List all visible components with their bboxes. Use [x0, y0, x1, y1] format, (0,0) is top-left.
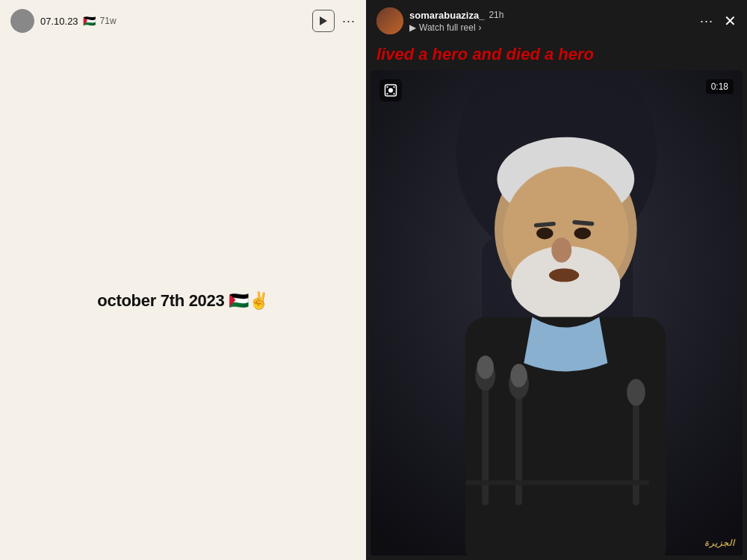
story-meta: 07.10.23 🇵🇸 71w [40, 15, 306, 27]
right-reel-panel: somarabuaziza_ 21h ▶ Watch full reel › ·… [366, 0, 747, 560]
svg-marker-0 [320, 16, 327, 25]
reel-meta: somarabuaziza_ 21h ▶ Watch full reel › [409, 10, 694, 33]
svg-rect-21 [633, 396, 639, 505]
more-options-button[interactable]: ··· [342, 13, 356, 29]
play-button[interactable] [312, 10, 335, 32]
reel-play-icon [384, 84, 397, 97]
svg-point-20 [510, 364, 527, 387]
left-story-panel: 07.10.23 🇵🇸 71w ··· october 7th 2023 🇵🇸✌ [0, 0, 366, 560]
reel-header: somarabuaziza_ 21h ▶ Watch full reel › ·… [366, 0, 747, 42]
svg-point-17 [477, 355, 494, 379]
reel-icon: ▶ [409, 22, 416, 33]
story-content: october 7th 2023 🇵🇸✌ [0, 42, 366, 560]
video-duration: 0:18 [706, 79, 734, 94]
svg-point-8 [551, 237, 571, 263]
video-reel-icon [379, 79, 402, 102]
story-date: 07.10.23 [40, 16, 78, 27]
svg-point-28 [386, 93, 388, 94]
reel-video-background: 0:18 الجزيرة [371, 70, 743, 556]
more-options-button[interactable]: ··· [700, 13, 713, 29]
watch-full-reel-link[interactable]: ▶ Watch full reel › [409, 22, 694, 33]
reel-username[interactable]: somarabuaziza_ [409, 10, 484, 21]
reel-video-container[interactable]: 0:18 الجزيرة [371, 70, 743, 556]
story-caption-text: october 7th 2023 🇵🇸✌ [97, 291, 268, 311]
aljazeera-watermark: الجزيرة [704, 538, 735, 548]
reel-time: 21h [489, 10, 503, 20]
svg-point-9 [536, 228, 553, 240]
close-button[interactable]: ✕ [724, 13, 737, 28]
story-flag: 🇵🇸 [83, 15, 96, 27]
svg-rect-18 [515, 388, 522, 505]
reel-user-row: somarabuaziza_ 21h [409, 10, 694, 21]
story-header: 07.10.23 🇵🇸 71w ··· [0, 0, 366, 42]
svg-point-22 [627, 379, 645, 406]
svg-point-10 [574, 228, 591, 240]
svg-rect-23 [465, 480, 650, 485]
svg-rect-15 [482, 380, 489, 505]
story-actions: ··· [312, 10, 356, 32]
reel-actions: ··· ✕ [700, 13, 737, 29]
reel-caption-text: lived a hero and died a hero [376, 45, 594, 63]
svg-point-26 [386, 86, 388, 87]
watch-arrow: › [479, 22, 482, 33]
watch-full-reel-label: Watch full reel [419, 22, 476, 33]
story-avatar [10, 9, 34, 33]
reel-avatar [376, 7, 403, 34]
video-content-svg [371, 70, 743, 556]
story-weeks: 71w [100, 16, 117, 26]
svg-point-25 [388, 88, 393, 93]
play-icon [319, 16, 328, 25]
svg-point-27 [393, 86, 394, 87]
reel-caption: lived a hero and died a hero [366, 42, 747, 70]
svg-point-29 [393, 93, 394, 94]
svg-point-13 [549, 269, 579, 282]
